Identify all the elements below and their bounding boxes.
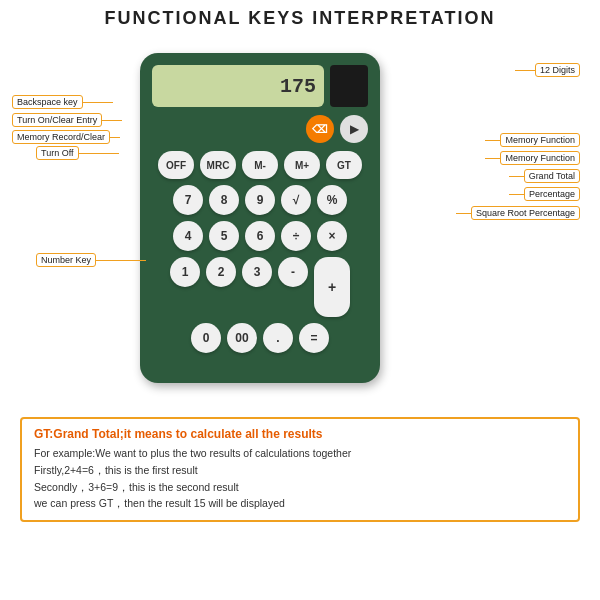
info-line-3: Secondly，3+6=9，this is the second result xyxy=(34,479,566,496)
memory-record-label: Memory Record/Clear xyxy=(12,130,120,144)
btn-eq[interactable]: = xyxy=(299,323,329,353)
mminus-button[interactable]: M- xyxy=(242,151,278,179)
grand-total-label: Grand Total xyxy=(509,169,580,183)
turn-off-label: Turn Off xyxy=(36,146,119,160)
backspace-row: ⌫ ▶ xyxy=(152,115,368,143)
memory-row: OFF MRC M- M+ GT xyxy=(152,151,368,179)
btn-3[interactable]: 3 xyxy=(242,257,272,287)
btn-0[interactable]: 0 xyxy=(191,323,221,353)
btn-sqrt[interactable]: √ xyxy=(281,185,311,215)
calc-display: 175 xyxy=(152,65,324,107)
info-line-4: we can press GT，then the result 15 will … xyxy=(34,495,566,512)
calculator-body: 175 ⌫ ▶ OFF MRC M- M+ GT xyxy=(140,53,380,383)
row-0: 0 00 . = xyxy=(152,323,368,353)
row-456: 4 5 6 ÷ × xyxy=(152,221,368,251)
btn-div[interactable]: ÷ xyxy=(281,221,311,251)
btn-mul[interactable]: × xyxy=(317,221,347,251)
row-789: 7 8 9 √ % xyxy=(152,185,368,215)
btn-pct[interactable]: % xyxy=(317,185,347,215)
btn-2[interactable]: 2 xyxy=(206,257,236,287)
solar-panel xyxy=(330,65,368,107)
memory-fn1-label: Memory Function xyxy=(485,133,580,147)
display-row: 175 xyxy=(152,65,368,107)
arrow-button[interactable]: ▶ xyxy=(340,115,368,143)
btn-plus[interactable]: + xyxy=(314,257,350,317)
memory-fn2-label: Memory Function xyxy=(485,151,580,165)
btn-minus[interactable]: - xyxy=(278,257,308,287)
sqrt-pct-label: Square Root Percentage xyxy=(456,206,580,220)
page-title: FUNCTIONAL KEYS INTERPRETATION xyxy=(0,8,600,29)
digits-label: 12 Digits xyxy=(515,63,580,77)
page-header: FUNCTIONAL KEYS INTERPRETATION xyxy=(0,0,600,33)
turn-on-label: Turn On/Clear Entry xyxy=(12,113,122,127)
btn-5[interactable]: 5 xyxy=(209,221,239,251)
backspace-button[interactable]: ⌫ xyxy=(306,115,334,143)
btn-6[interactable]: 6 xyxy=(245,221,275,251)
backspace-label: Backspace key xyxy=(12,95,113,109)
mrc-button[interactable]: MRC xyxy=(200,151,236,179)
row-123: 1 2 3 - + xyxy=(152,257,368,317)
number-key-label: Number Key xyxy=(36,253,146,267)
info-line-2: Firstly,2+4=6，this is the first result xyxy=(34,462,566,479)
btn-dot[interactable]: . xyxy=(263,323,293,353)
info-line-1: For example:We want to plus the two resu… xyxy=(34,445,566,462)
btn-7[interactable]: 7 xyxy=(173,185,203,215)
btn-4[interactable]: 4 xyxy=(173,221,203,251)
info-body: For example:We want to plus the two resu… xyxy=(34,445,566,512)
off-button[interactable]: OFF xyxy=(158,151,194,179)
btn-9[interactable]: 9 xyxy=(245,185,275,215)
main-content: 175 ⌫ ▶ OFF MRC M- M+ GT xyxy=(0,33,600,522)
info-box: GT:Grand Total;it means to calculate all… xyxy=(20,417,580,522)
percentage-label: Percentage xyxy=(509,187,580,201)
mplus-button[interactable]: M+ xyxy=(284,151,320,179)
info-title: GT:Grand Total;it means to calculate all… xyxy=(34,427,566,441)
btn-1[interactable]: 1 xyxy=(170,257,200,287)
page-container: FUNCTIONAL KEYS INTERPRETATION 175 ⌫ ▶ O… xyxy=(0,0,600,522)
diagram-area: 175 ⌫ ▶ OFF MRC M- M+ GT xyxy=(10,33,590,413)
btn-8[interactable]: 8 xyxy=(209,185,239,215)
btn-00[interactable]: 00 xyxy=(227,323,257,353)
gt-button[interactable]: GT xyxy=(326,151,362,179)
